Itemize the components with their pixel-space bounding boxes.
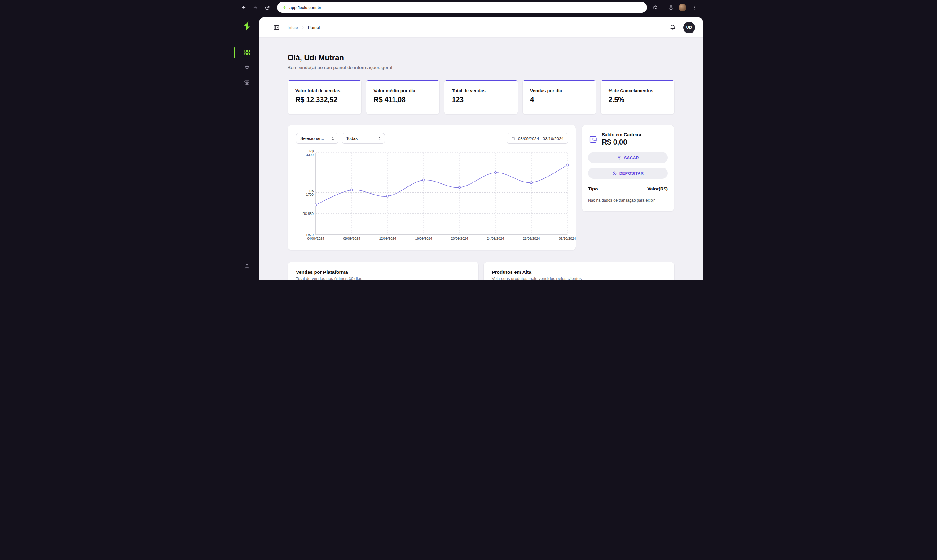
wallet-title: Saldo em Carteira	[602, 132, 641, 137]
stat-label: % de Cancelamentos	[608, 88, 667, 93]
calendar-icon	[511, 137, 515, 141]
user-avatar[interactable]: UD	[683, 22, 695, 34]
stat-card-cancellations: % de Cancelamentos 2.5%	[601, 80, 675, 115]
svg-text:16/09/2024: 16/09/2024	[415, 237, 432, 240]
topbar: Início Painel UD	[259, 17, 703, 38]
plus-circle-icon	[612, 171, 617, 175]
stat-label: Valor médio por dia	[374, 88, 432, 93]
stat-label: Vendas por dia	[530, 88, 589, 93]
withdraw-label: SACAR	[624, 155, 639, 160]
product-select[interactable]: Selecionar...	[296, 133, 338, 144]
stat-card-sales-count: Total de vendas 123	[444, 80, 518, 115]
sidebar-nav	[234, 46, 259, 89]
svg-text:08/09/2024: 08/09/2024	[343, 237, 360, 240]
sales-by-platform-card: Vendas por Plataforma Total de vendas no…	[288, 262, 479, 280]
stat-label: Total de vendas	[452, 88, 510, 93]
status-select[interactable]: Todas	[342, 133, 385, 144]
unfold-icon	[331, 137, 335, 141]
stat-card-avg-per-day: Valor médio por dia R$ 411,08	[366, 80, 440, 115]
browser-nav-controls	[238, 4, 273, 11]
menu-dots-icon[interactable]	[690, 4, 698, 11]
chart-controls: Selecionar... Todas 03/09/2024 - 03/10/2…	[288, 125, 576, 144]
svg-text:28/09/2024: 28/09/2024	[523, 237, 540, 240]
wallet-card: Saldo em Carteira R$ 0,00 SACAR DEPOSITA…	[582, 125, 674, 212]
sales-line-chart: 04/09/202408/09/202412/09/202416/09/2024…	[288, 125, 576, 251]
stat-card-sales-per-day: Vendas por dia 4	[522, 80, 596, 115]
browser-chrome: app.floxio.com.br	[234, 0, 703, 15]
stat-label: Valor total de vendas	[295, 88, 354, 93]
stat-value: 4	[530, 96, 589, 104]
sales-chart-card: Selecionar... Todas 03/09/2024 - 03/10/2…	[288, 125, 576, 250]
date-range-value: 03/09/2024 - 03/10/2024	[518, 136, 564, 141]
topbar-right: UD	[669, 22, 695, 34]
middle-row: Selecionar... Todas 03/09/2024 - 03/10/2…	[288, 125, 675, 250]
stats-row: Valor total de vendas R$ 12.332,52 Valor…	[288, 80, 675, 115]
floxio-logo	[234, 21, 259, 32]
sales-by-platform-title: Vendas por Plataforma	[296, 269, 470, 275]
svg-text:20/09/2024: 20/09/2024	[451, 237, 468, 240]
unfold-icon	[378, 137, 381, 141]
stat-value: R$ 12.332,52	[295, 96, 354, 104]
sidebar-item-integrations[interactable]	[234, 61, 259, 74]
trending-products-subtitle: Veja seus produtos mais vendidos pelos c…	[492, 276, 666, 280]
active-indicator	[234, 48, 235, 58]
date-range-picker[interactable]: 03/09/2024 - 03/10/2024	[507, 133, 568, 144]
svg-text:R$ 0: R$ 0	[307, 233, 314, 237]
transactions-col-type: Tipo	[588, 186, 598, 191]
greeting-subtitle: Bem vindo(a) ao seu painel de informaçõe…	[288, 65, 675, 70]
extensions-icon[interactable]	[651, 4, 659, 11]
svg-text:02/10/2024: 02/10/2024	[559, 237, 576, 240]
product-select-value: Selecionar...	[300, 136, 324, 141]
wallet-head-text: Saldo em Carteira R$ 0,00	[602, 132, 641, 146]
stat-value: 2.5%	[608, 96, 667, 104]
wallet-header: Saldo em Carteira R$ 0,00	[588, 132, 668, 146]
transactions-col-value: Valor(R$)	[647, 186, 668, 191]
site-favicon-icon	[282, 5, 287, 10]
main-panel: Início Painel UD Olá, Udi Mutran Bem vin…	[259, 17, 703, 280]
browser-toolbar-right	[651, 4, 699, 11]
trending-products-title: Produtos em Alta	[492, 269, 666, 275]
wallet-icon	[588, 134, 598, 144]
dashboard-content: Olá, Udi Mutran Bem vindo(a) ao seu pain…	[259, 38, 703, 280]
back-icon[interactable]	[240, 4, 247, 11]
transactions-table-header: Tipo Valor(R$)	[588, 186, 668, 191]
sidebar-item-account[interactable]	[234, 260, 259, 273]
bottom-row: Vendas por Plataforma Total de vendas no…	[288, 262, 675, 280]
wallet-balance: R$ 0,00	[602, 138, 641, 146]
upload-arrow-icon	[617, 155, 621, 160]
url-text: app.floxio.com.br	[290, 5, 321, 10]
sales-by-platform-subtitle: Total de vendas nos últimos 30 dias	[296, 276, 470, 280]
transactions-empty-message: Não há dados de transação para exibir	[588, 198, 668, 203]
stat-value: 123	[452, 96, 510, 104]
stat-value: R$ 411,08	[374, 96, 432, 104]
address-bar[interactable]: app.floxio.com.br	[277, 2, 647, 13]
browser-profile-avatar[interactable]	[678, 4, 686, 11]
browser-labs-icon[interactable]	[667, 4, 675, 11]
breadcrumb-inicio[interactable]: Início	[288, 25, 298, 30]
notifications-bell-icon[interactable]	[669, 24, 677, 31]
trending-products-card: Produtos em Alta Veja seus produtos mais…	[483, 262, 675, 280]
svg-text:12/09/2024: 12/09/2024	[379, 237, 396, 240]
deposit-label: DEPOSITAR	[620, 171, 644, 175]
deposit-button[interactable]: DEPOSITAR	[588, 168, 668, 179]
sidebar	[234, 15, 259, 280]
sidebar-item-dashboard[interactable]	[234, 46, 259, 60]
breadcrumb: Início Painel	[288, 25, 320, 30]
breadcrumb-painel: Painel	[308, 25, 320, 30]
stat-card-total-sales-value: Valor total de vendas R$ 12.332,52	[288, 80, 362, 115]
chevron-right-icon	[301, 25, 305, 30]
sidebar-item-store[interactable]	[234, 75, 259, 89]
sidebar-toggle-icon[interactable]	[273, 24, 280, 31]
svg-text:R$ 850: R$ 850	[303, 212, 314, 215]
svg-text:24/09/2024: 24/09/2024	[487, 237, 504, 240]
svg-text:R$1700: R$1700	[306, 189, 314, 196]
reload-icon[interactable]	[264, 4, 271, 11]
svg-text:04/09/2024: 04/09/2024	[307, 237, 324, 240]
withdraw-button[interactable]: SACAR	[588, 152, 668, 163]
status-select-value: Todas	[346, 136, 358, 141]
greeting-title: Olá, Udi Mutran	[288, 53, 675, 62]
forward-icon[interactable]	[251, 4, 259, 11]
browser-window: app.floxio.com.br	[234, 0, 703, 280]
svg-text:R$3300: R$3300	[306, 149, 314, 157]
